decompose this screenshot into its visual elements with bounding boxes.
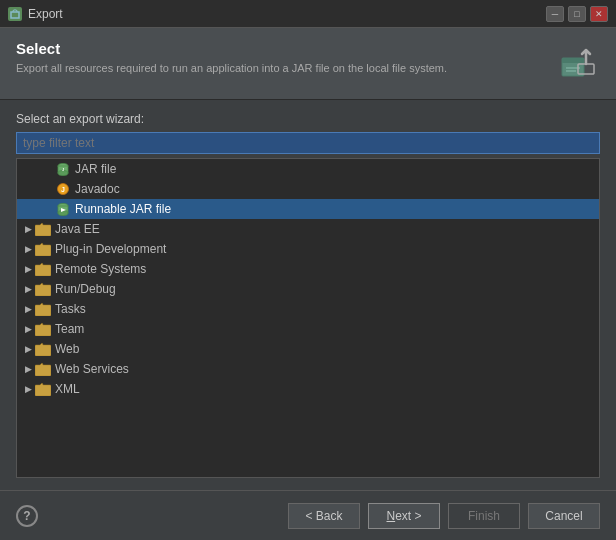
help-area: ? — [16, 505, 38, 527]
tree-item-jar-file[interactable]: J JAR file — [17, 159, 599, 179]
svg-rect-0 — [11, 12, 19, 18]
expand-arrow-xml: ▶ — [21, 382, 35, 396]
tree-item-java-ee[interactable]: ▶ Java EE — [17, 219, 599, 239]
title-bar-left: Export — [8, 7, 63, 21]
wizard-label: Select an export wizard: — [16, 112, 600, 126]
close-button[interactable]: ✕ — [590, 6, 608, 22]
javadoc-label: Javadoc — [75, 182, 120, 196]
svg-text:J: J — [61, 186, 65, 193]
tasks-folder-icon — [35, 301, 51, 317]
tree-item-web-services[interactable]: ▶ Web Services — [17, 359, 599, 379]
web-folder-icon — [35, 341, 51, 357]
team-folder-icon — [35, 321, 51, 337]
header-description: Export all resources required to run an … — [16, 61, 447, 76]
remote-systems-label: Remote Systems — [55, 262, 146, 276]
maximize-button[interactable]: □ — [568, 6, 586, 22]
tree-item-tasks[interactable]: ▶ Tasks — [17, 299, 599, 319]
team-label: Team — [55, 322, 84, 336]
expand-arrow-web: ▶ — [21, 342, 35, 356]
minimize-button[interactable]: ─ — [546, 6, 564, 22]
xml-folder-icon — [35, 381, 51, 397]
title-controls: ─ □ ✕ — [546, 6, 608, 22]
dialog-content: Select Export all resources required to … — [0, 28, 616, 540]
jar-file-icon: J — [55, 161, 71, 177]
title-bar: Export ─ □ ✕ — [0, 0, 616, 28]
expand-arrow-plugin-dev: ▶ — [21, 242, 35, 256]
jar-file-label: JAR file — [75, 162, 116, 176]
main-body: Select an export wizard: J JAR file — [0, 100, 616, 490]
xml-label: XML — [55, 382, 80, 396]
run-debug-label: Run/Debug — [55, 282, 116, 296]
runnable-jar-label: Runnable JAR file — [75, 202, 171, 216]
runnable-jar-icon — [55, 201, 71, 217]
header-section: Select Export all resources required to … — [0, 28, 616, 100]
finish-button[interactable]: Finish — [448, 503, 520, 529]
javadoc-icon: J — [55, 181, 71, 197]
expand-arrow-tasks: ▶ — [21, 302, 35, 316]
filter-input[interactable] — [16, 132, 600, 154]
svg-rect-2 — [562, 58, 584, 63]
web-label: Web — [55, 342, 79, 356]
button-bar: ? < Back Next > Finish Cancel — [0, 490, 616, 540]
plugin-dev-folder-icon — [35, 241, 51, 257]
tree-item-run-debug[interactable]: ▶ Run/Debug — [17, 279, 599, 299]
window-title: Export — [28, 7, 63, 21]
tree-container[interactable]: J JAR file J Javadoc — [16, 158, 600, 478]
header-text-block: Select Export all resources required to … — [16, 40, 447, 76]
svg-point-14 — [58, 211, 68, 216]
window-icon — [8, 7, 22, 21]
tree-item-xml[interactable]: ▶ XML — [17, 379, 599, 399]
nav-buttons: < Back Next > Finish Cancel — [288, 503, 600, 529]
next-button[interactable]: Next > — [368, 503, 440, 529]
svg-text:J: J — [62, 167, 64, 172]
header-icon — [556, 40, 600, 84]
header-title: Select — [16, 40, 447, 57]
web-services-folder-icon — [35, 361, 51, 377]
expand-arrow-web-services: ▶ — [21, 362, 35, 376]
back-button[interactable]: < Back — [288, 503, 360, 529]
tree-item-remote-systems[interactable]: ▶ Remote Systems — [17, 259, 599, 279]
java-ee-label: Java EE — [55, 222, 100, 236]
help-button[interactable]: ? — [16, 505, 38, 527]
tree-item-plugin-dev[interactable]: ▶ Plug-in Development — [17, 239, 599, 259]
web-services-label: Web Services — [55, 362, 129, 376]
expand-arrow-remote-systems: ▶ — [21, 262, 35, 276]
expand-arrow-run-debug: ▶ — [21, 282, 35, 296]
expand-arrow-java-ee: ▶ — [21, 222, 35, 236]
tree-item-javadoc[interactable]: J Javadoc — [17, 179, 599, 199]
plugin-dev-label: Plug-in Development — [55, 242, 166, 256]
tasks-label: Tasks — [55, 302, 86, 316]
expand-arrow-team: ▶ — [21, 322, 35, 336]
cancel-button[interactable]: Cancel — [528, 503, 600, 529]
java-ee-folder-icon — [35, 221, 51, 237]
tree-item-web[interactable]: ▶ Web — [17, 339, 599, 359]
next-label: Next > — [386, 509, 421, 523]
tree-item-runnable-jar[interactable]: Runnable JAR file — [17, 199, 599, 219]
tree-item-team[interactable]: ▶ Team — [17, 319, 599, 339]
remote-systems-folder-icon — [35, 261, 51, 277]
run-debug-folder-icon — [35, 281, 51, 297]
